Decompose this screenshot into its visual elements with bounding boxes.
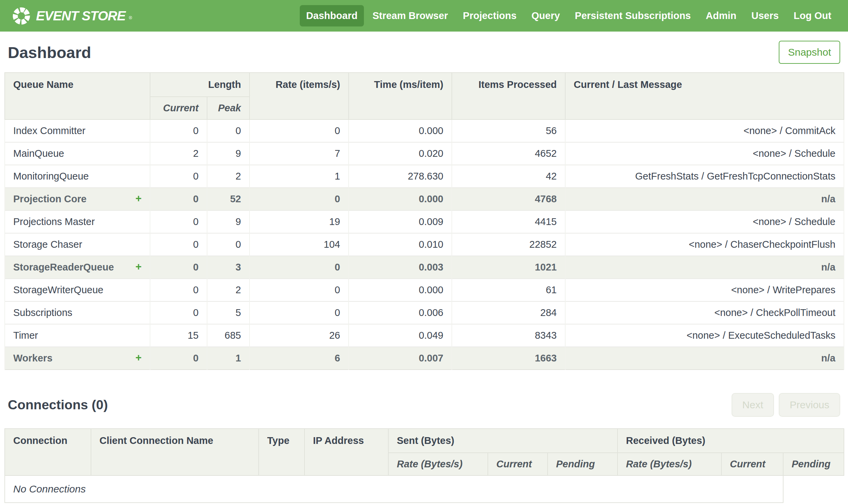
queue-name: StorageWriterQueue — [13, 284, 103, 295]
queue-message-cell: GetFreshStats / GetFreshTcpConnectionSta… — [565, 165, 844, 188]
queue-rate-cell: 104 — [250, 233, 349, 256]
col-sent-current: Current — [488, 453, 547, 475]
queue-time-cell: 0.009 — [349, 211, 452, 233]
col-client-connection-name: Client Connection Name — [91, 429, 259, 475]
queue-peak-cell: 685 — [207, 324, 250, 347]
registered-mark: ® — [129, 15, 132, 25]
nav-item-query[interactable]: Query — [525, 5, 566, 26]
queue-items-cell: 4415 — [452, 211, 565, 233]
queue-time-cell: 0.000 — [349, 120, 452, 142]
queue-name-cell: Subscriptions — [5, 301, 150, 324]
queue-items-cell: 42 — [452, 165, 565, 188]
next-button[interactable]: Next — [732, 393, 774, 417]
event-store-logo-icon — [12, 7, 31, 25]
queue-row: MonitoringQueue 0 2 1 278.630 42 GetFres… — [5, 165, 844, 188]
queue-name: Storage Chaser — [13, 239, 82, 250]
queue-items-cell: 56 — [452, 120, 565, 142]
queue-time-cell: 0.000 — [349, 278, 452, 301]
queue-time-cell: 0.010 — [349, 233, 452, 256]
queue-group-row: Workers+ 0 1 6 0.007 1663 n/a — [5, 347, 844, 370]
expand-row-button[interactable]: + — [136, 194, 142, 203]
queue-name-cell: Index Committer — [5, 120, 150, 142]
queue-rate-cell: 0 — [250, 188, 349, 211]
nav-item-log-out[interactable]: Log Out — [787, 5, 838, 26]
queue-rate-cell: 6 — [250, 347, 349, 370]
queue-current-cell: 0 — [150, 278, 207, 301]
queue-name-cell: StorageWriterQueue — [5, 278, 150, 301]
queue-rate-cell: 0 — [250, 301, 349, 324]
queue-time-cell: 0.007 — [349, 347, 452, 370]
snapshot-button[interactable]: Snapshot — [779, 41, 840, 64]
nav-item-dashboard[interactable]: Dashboard — [300, 5, 364, 26]
queue-name-cell: Timer — [5, 324, 150, 347]
page-title: Dashboard — [8, 43, 91, 62]
nav-item-projections[interactable]: Projections — [456, 5, 523, 26]
queue-time-cell: 0.049 — [349, 324, 452, 347]
nav-item-stream-browser[interactable]: Stream Browser — [366, 5, 454, 26]
queue-rate-cell: 0 — [250, 120, 349, 142]
nav-item-persistent-subscriptions[interactable]: Persistent Subscriptions — [568, 5, 697, 26]
nav-menu: Dashboard Stream Browser Projections Que… — [300, 5, 838, 26]
previous-button[interactable]: Previous — [779, 393, 840, 417]
queue-peak-cell: 2 — [207, 278, 250, 301]
queue-rate-cell: 0 — [250, 278, 349, 301]
queue-time-cell: 0.000 — [349, 188, 452, 211]
col-sent-pending: Pending — [547, 453, 617, 475]
expand-row-button[interactable]: + — [136, 262, 142, 271]
nav-item-admin[interactable]: Admin — [699, 5, 743, 26]
col-length-peak: Peak — [207, 97, 250, 120]
queue-items-cell: 1663 — [452, 347, 565, 370]
queue-message-cell: <none> / Schedule — [565, 142, 844, 165]
queue-current-cell: 0 — [150, 165, 207, 188]
queue-peak-cell: 3 — [207, 256, 250, 278]
connections-title: Connections (0) — [8, 397, 108, 412]
nav-item-users[interactable]: Users — [745, 5, 785, 26]
queue-rate-cell: 19 — [250, 211, 349, 233]
queue-items-cell: 284 — [452, 301, 565, 324]
queue-items-cell: 4652 — [452, 142, 565, 165]
queue-peak-cell: 0 — [207, 233, 250, 256]
queue-group-row: StorageReaderQueue+ 0 3 0 0.003 1021 n/a — [5, 256, 844, 278]
connections-table-header: Connection Client Connection Name Type I… — [5, 429, 844, 475]
queue-table-header: Queue Name Length Rate (items/s) Time (m… — [5, 73, 844, 120]
queue-row: Timer 15 685 26 0.049 8343 <none> / Exec… — [5, 324, 844, 347]
queue-row: Index Committer 0 0 0 0.000 56 <none> / … — [5, 120, 844, 142]
page-header: Dashboard Snapshot — [4, 32, 844, 72]
expand-row-button[interactable]: + — [136, 353, 142, 362]
event-store-logo[interactable]: EVENT STORE ® — [12, 7, 132, 25]
queue-name: Subscriptions — [13, 307, 72, 318]
queue-name: MainQueue — [13, 148, 64, 159]
col-length-current: Current — [150, 97, 207, 120]
connections-pager: Next Previous — [732, 393, 840, 417]
queue-table: Queue Name Length Rate (items/s) Time (m… — [4, 72, 844, 370]
queue-message-cell: n/a — [565, 256, 844, 278]
queue-items-cell: 1021 — [452, 256, 565, 278]
queue-items-cell: 4768 — [452, 188, 565, 211]
queue-message-cell: n/a — [565, 188, 844, 211]
queue-message-cell: <none> / ChaserCheckpointFlush — [565, 233, 844, 256]
queue-peak-cell: 5 — [207, 301, 250, 324]
queue-current-cell: 0 — [150, 120, 207, 142]
queue-row: MainQueue 2 9 7 0.020 4652 <none> / Sche… — [5, 142, 844, 165]
queue-name-cell: Storage Chaser — [5, 233, 150, 256]
queue-peak-cell: 9 — [207, 211, 250, 233]
queue-peak-cell: 0 — [207, 120, 250, 142]
main-content: Dashboard Snapshot Queue Name Length Rat… — [0, 32, 848, 504]
no-connections-message: No Connections — [5, 475, 783, 503]
queue-name-cell: Projections Master — [5, 211, 150, 233]
col-queue-name: Queue Name — [5, 73, 150, 120]
queue-items-cell: 8343 — [452, 324, 565, 347]
top-nav: EVENT STORE ® Dashboard Stream Browser P… — [0, 0, 848, 32]
queue-name: MonitoringQueue — [13, 171, 89, 182]
col-sent-bytes: Sent (Bytes) — [389, 429, 617, 453]
no-connections-row: No Connections — [5, 475, 844, 503]
queue-peak-cell: 1 — [207, 347, 250, 370]
queue-name: Workers — [13, 353, 53, 363]
queue-name: Timer — [13, 330, 38, 341]
connections-header: Connections (0) Next Previous — [8, 393, 840, 417]
queue-current-cell: 15 — [150, 324, 207, 347]
col-received-current: Current — [721, 453, 783, 475]
col-time: Time (ms/item) — [349, 73, 452, 120]
queue-name: StorageReaderQueue — [13, 262, 114, 272]
col-rate: Rate (items/s) — [250, 73, 349, 120]
